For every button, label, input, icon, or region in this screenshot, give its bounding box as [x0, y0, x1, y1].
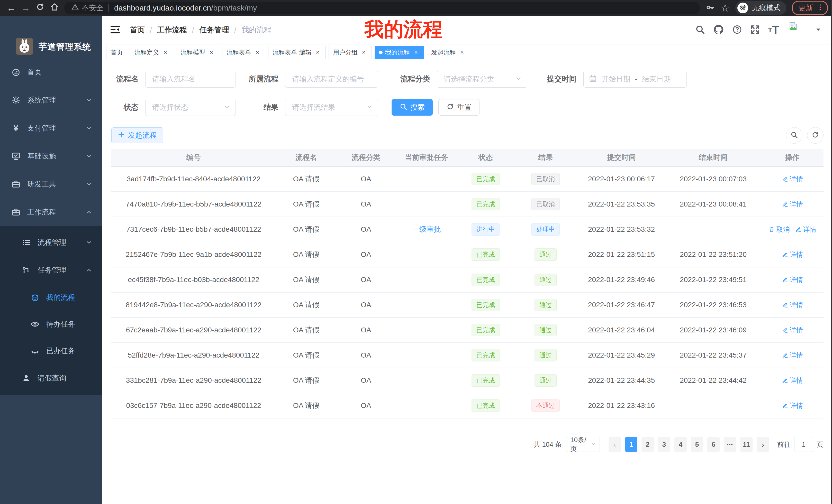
page-button-4[interactable]: 4 — [674, 437, 687, 452]
detail-link[interactable]: 详情 — [782, 301, 803, 310]
sidebar-item-支付管理[interactable]: ¥支付管理 — [0, 114, 102, 142]
font-size-icon[interactable]: TT — [768, 24, 779, 36]
sidebar-item-label: 工作流程 — [27, 207, 56, 217]
reload-icon — [36, 3, 45, 13]
end-time-cell: 2022-01-22 23:46:09 — [666, 326, 761, 334]
tab-用户分组[interactable]: 用户分组× — [329, 46, 372, 59]
start-date-input[interactable] — [599, 75, 633, 83]
help-icon[interactable] — [732, 24, 742, 36]
sidebar-item-已办任务[interactable]: 已办任务 — [0, 338, 102, 364]
search-icon[interactable] — [695, 24, 705, 36]
sidebar-fold-icon[interactable] — [110, 24, 121, 36]
browser-forward-icon[interactable]: → — [19, 1, 33, 15]
eye-closed-icon — [30, 346, 40, 356]
tab-label: 我的流程 — [385, 48, 410, 57]
detail-link[interactable]: 详情 — [782, 175, 803, 184]
avatar-caret-icon[interactable] — [815, 26, 822, 34]
security-chip[interactable]: 不安全 — [71, 3, 103, 13]
edit-icon — [782, 352, 788, 359]
sidebar-item-流程管理[interactable]: 流程管理 — [0, 229, 102, 256]
result-select[interactable]: 请选择流结果 — [285, 99, 378, 116]
goto-page-input[interactable] — [794, 437, 813, 452]
detail-link[interactable]: 详情 — [782, 275, 803, 284]
status-select[interactable]: 请选择状态 — [145, 99, 236, 116]
breadcrumb-item[interactable]: 任务管理 — [199, 25, 229, 35]
tab-流程表单-编辑[interactable]: 流程表单-编辑× — [268, 46, 326, 59]
detail-link[interactable]: 详情 — [782, 351, 803, 360]
table-search-button[interactable] — [786, 127, 802, 144]
cancel-link[interactable]: 取消 — [768, 225, 790, 234]
sidebar-item-系统管理[interactable]: 系统管理 — [0, 86, 102, 114]
tab-首页[interactable]: 首页 — [106, 46, 127, 59]
process-name-cell: OA 请假 — [276, 401, 337, 411]
tab-我的流程[interactable]: 我的流程× — [374, 46, 424, 59]
action-label: 详情 — [790, 301, 803, 310]
page-prev-button[interactable]: ‹ — [608, 437, 621, 452]
tab-流程表单[interactable]: 流程表单× — [222, 46, 265, 59]
page-button-11[interactable]: 11 — [740, 437, 753, 452]
detail-link[interactable]: 详情 — [782, 200, 803, 209]
reset-button[interactable]: 重置 — [438, 99, 479, 116]
tab-流程定义[interactable]: 流程定义× — [130, 46, 173, 59]
breadcrumb-item[interactable]: 工作流程 — [157, 25, 187, 35]
page-more-button[interactable]: ••• — [724, 437, 736, 452]
page-button-2[interactable]: 2 — [642, 437, 654, 452]
chevron-down-icon — [515, 75, 522, 83]
github-icon[interactable] — [713, 24, 724, 36]
process-category-cell: OA — [337, 250, 395, 259]
browser-home-icon[interactable] — [47, 1, 62, 15]
page-button-3[interactable]: 3 — [658, 437, 670, 452]
submit-time-cell: 2022-01-23 00:06:17 — [577, 175, 666, 183]
sidebar-item-label: 请假查询 — [37, 373, 66, 383]
page-button-5[interactable]: 5 — [691, 437, 703, 452]
avatar[interactable] — [787, 20, 807, 40]
search-button[interactable]: 搜索 — [392, 99, 433, 116]
browser-reload-icon[interactable] — [33, 1, 47, 15]
tab-流程模型[interactable]: 流程模型× — [176, 46, 219, 59]
home-icon — [50, 2, 59, 14]
table-refresh-button[interactable] — [807, 127, 824, 144]
close-icon[interactable]: × — [254, 49, 261, 56]
bookmark-star-icon[interactable]: ☆ — [721, 2, 730, 14]
sidebar-item-待办任务[interactable]: 待办任务 — [0, 311, 102, 338]
tab-发起流程[interactable]: 发起流程× — [427, 46, 470, 59]
page-next-button[interactable]: › — [757, 437, 769, 452]
process-category-cell: OA — [337, 200, 395, 208]
address-bar[interactable]: 不安全 dashboard.yudao.iocoder.cn/bpm/task/… — [64, 2, 700, 14]
sidebar-item-研发工具[interactable]: 研发工具 — [0, 170, 102, 198]
sidebar-item-首页[interactable]: 首页 — [0, 58, 102, 86]
close-icon[interactable]: × — [412, 49, 420, 56]
sidebar-item-任务管理[interactable]: 任务管理 — [0, 256, 102, 284]
page-button-6[interactable]: 6 — [707, 437, 720, 452]
date-range-picker[interactable]: - — [583, 71, 687, 88]
detail-link[interactable]: 详情 — [782, 250, 803, 259]
name-input[interactable] — [145, 71, 236, 88]
detail-link[interactable]: 详情 — [795, 225, 816, 234]
sidebar-item-请假查询[interactable]: 请假查询 — [0, 364, 102, 392]
end-date-input[interactable] — [640, 75, 673, 83]
browser-menu-icon[interactable] — [816, 3, 824, 13]
detail-link[interactable]: 详情 — [782, 376, 803, 385]
page-button-1[interactable]: 1 — [625, 437, 638, 452]
category-select[interactable]: 请选择流程分类 — [437, 71, 527, 88]
close-icon[interactable]: × — [360, 49, 367, 56]
password-key-icon[interactable] — [705, 3, 715, 13]
create-process-button[interactable]: 发起流程 — [111, 128, 163, 143]
sidebar-item-我的流程[interactable]: 我的流程 — [0, 284, 102, 311]
browser-back-icon[interactable]: ← — [4, 1, 19, 15]
page-size-select[interactable]: 10条/页 — [566, 437, 600, 452]
sidebar-item-工作流程[interactable]: 工作流程 — [0, 198, 102, 226]
close-icon[interactable]: × — [162, 49, 169, 56]
breadcrumb-item[interactable]: 首页 — [130, 25, 145, 35]
task-link[interactable]: 一级审批 — [412, 225, 441, 234]
browser-update-button[interactable]: 更新 — [792, 1, 828, 15]
close-icon[interactable]: × — [314, 49, 321, 56]
detail-link[interactable]: 详情 — [782, 401, 803, 410]
close-icon[interactable]: × — [208, 49, 215, 56]
close-icon[interactable]: × — [459, 49, 466, 56]
url-path: /bpm/task/my — [211, 4, 257, 12]
sidebar-item-基础设施[interactable]: 基础设施 — [0, 142, 102, 170]
detail-link[interactable]: 详情 — [782, 326, 803, 335]
fullscreen-icon[interactable] — [750, 24, 760, 36]
definition-input[interactable] — [285, 71, 378, 88]
